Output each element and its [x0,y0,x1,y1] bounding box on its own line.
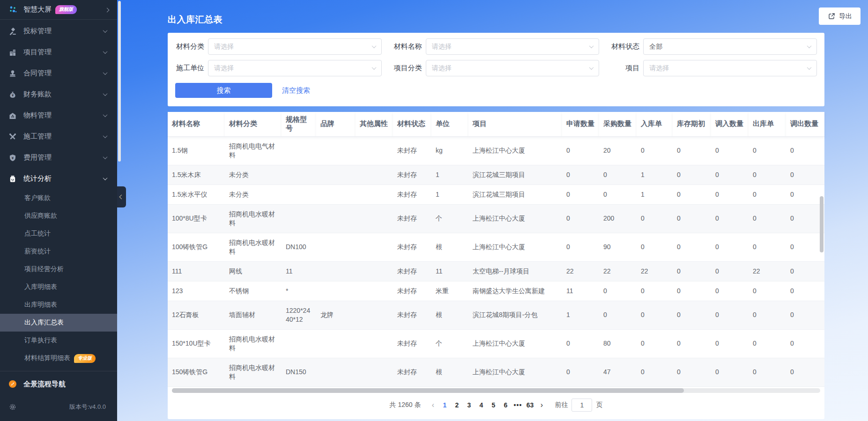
table-cell: 1 [637,185,673,204]
filter-group-0: 材料分类 请选择 [175,38,382,55]
table-cell: 0 [711,165,749,185]
table-cell: 0 [749,185,786,204]
sidebar-subitem-2[interactable]: 点工统计 [0,225,117,243]
horizontal-scrollbar-thumb[interactable] [172,388,684,393]
table-cell: 太空电梯--月球项目 [468,261,562,281]
table-cell [316,358,356,386]
table-cell: 0 [749,301,786,329]
column-header: 品牌 [316,112,356,136]
version-row: 版本号:v4.0.0 [0,396,117,417]
sidebar-item-4[interactable]: 物料管理 [0,105,117,126]
sidebar-item-2[interactable]: 合同管理 [0,63,117,84]
table-cell: 1 [431,165,468,185]
table-cell: 个 [431,329,468,358]
table-cell [282,204,316,233]
sidebar-menu: 投标管理 项目管理 合同管理 ¥ 财务账款 物料管理 施工管理 ¥ 费用管理 统… [0,21,117,189]
table-cell: 0 [673,136,711,165]
sidebar-item-6[interactable]: ¥ 费用管理 [0,147,117,168]
sidebar-subitem-3[interactable]: 薪资统计 [0,243,117,260]
sidebar-collapse-toggle[interactable] [117,186,126,207]
pagination-page-63[interactable]: 63 [524,401,536,409]
filter-select-2[interactable]: 全部 [643,38,817,55]
chevron-down-icon [103,155,108,159]
table-cell: 0 [673,261,711,281]
filter-select-5[interactable]: 请选择 [643,60,817,76]
chevron-down-icon [371,44,376,48]
sidebar-subitem-1[interactable]: 供应商账款 [0,207,117,225]
table-cell: 0 [711,185,749,204]
table-cell: 0 [711,136,749,165]
table-cell: 南钢盛达大学生公寓新建 [468,281,562,301]
sidebar-scrollbar[interactable] [118,1,121,162]
table-cell: 100*8U型卡 [168,204,225,233]
column-header: 材料名称 [168,112,225,136]
table-row: 150*10U型卡招商机电水暖材料未封存个上海松江中心大厦08000000 [168,329,824,358]
table-cell: 0 [749,281,786,301]
column-header: 单位 [431,112,468,136]
table-cell: 1 [637,165,673,185]
pagination-page-1[interactable]: 1 [438,401,451,409]
filter-select-3[interactable]: 请选择 [208,60,382,76]
table-row: 1.5米木床未分类未封存1滨江花城三期项目0010000 [168,165,824,185]
chevron-down-icon [807,65,812,70]
filter-group-4: 项目分类 请选择 [393,60,600,76]
table-row: 1.5米水平仪未分类未封存1滨江花城三期项目0010000 [168,185,824,204]
table-cell: 1220*2440*12 [282,301,316,329]
table-cell: 0 [562,329,599,358]
table-cell [316,329,356,358]
table-cell: 12石膏板 [168,301,225,329]
vertical-scrollbar-thumb[interactable] [820,196,823,252]
table-cell: 未封存 [393,301,431,329]
sidebar-subitem-9[interactable]: 材料结算明细表 专业版 [0,349,117,367]
pagination-page-2[interactable]: 2 [451,401,463,409]
pagination-prev-icon[interactable]: ‹ [427,401,438,409]
version-label: 版本号:v4.0.0 [69,403,106,411]
sidebar-item-0[interactable]: 投标管理 [0,21,117,42]
column-header: 规格型号 [282,112,316,136]
filter-select-1[interactable]: 请选择 [426,38,600,55]
filter-select-0[interactable]: 请选择 [208,38,382,55]
sidebar-item-panorama-nav[interactable]: 全景流程导航 [0,372,117,396]
table-cell: 150*10U型卡 [168,329,225,358]
table-cell: 未封存 [393,281,431,301]
sidebar-subitem-5[interactable]: 入库明细表 [0,278,117,296]
table-cell: 22 [749,261,786,281]
gear-icon[interactable] [8,403,17,411]
sidebar-subitem-0[interactable]: 客户账款 [0,189,117,207]
pagination-next-icon[interactable]: › [536,401,547,409]
table-cell: 0 [786,281,824,301]
sidebar-item-1[interactable]: 项目管理 [0,42,117,63]
sidebar-item-3[interactable]: ¥ 财务账款 [0,84,117,105]
table-cell: 不锈钢 [225,281,282,301]
table-cell: 200 [599,204,637,233]
sidebar-subitem-8[interactable]: 订单执行表 [0,332,117,349]
sidebar-subitem-4[interactable]: 项目经营分析 [0,260,117,278]
horizontal-scrollbar[interactable] [172,388,820,393]
page-jump-input[interactable] [571,399,592,412]
table-cell: 个 [431,204,468,233]
clear-search-link[interactable]: 清空搜索 [282,86,310,95]
export-button[interactable]: 导出 [819,7,861,25]
table-cell [282,185,316,204]
column-header: 申请数量 [562,112,599,136]
table-cell: 0 [673,204,711,233]
search-button[interactable]: 搜索 [175,83,272,98]
sidebar-item-5[interactable]: 施工管理 [0,126,117,147]
table-cell: 0 [673,281,711,301]
sidebar-item-7[interactable]: 统计分析 [0,168,117,189]
pagination-page-3[interactable]: 3 [463,401,475,409]
sidebar-subitem-6[interactable]: 出库明细表 [0,296,117,314]
stats-jar-icon [8,175,17,183]
filter-select-4[interactable]: 请选择 [426,60,600,76]
table-cell: 0 [786,136,824,165]
table-cell: 0 [749,165,786,185]
table-cell: kg [431,136,468,165]
sidebar-item-smart-dashboard[interactable]: 智慧大屏 旗舰版 [0,0,117,19]
pagination-page-4[interactable]: 4 [475,401,487,409]
pagination-page-5[interactable]: 5 [487,401,499,409]
pagination-page-6[interactable]: 6 [499,401,512,409]
sidebar-subitem-7[interactable]: 出入库汇总表 [0,314,117,332]
chevron-right-icon [105,8,110,13]
filter-group-1: 材料名称 请选择 [393,38,600,55]
table-cell: 0 [786,204,824,233]
